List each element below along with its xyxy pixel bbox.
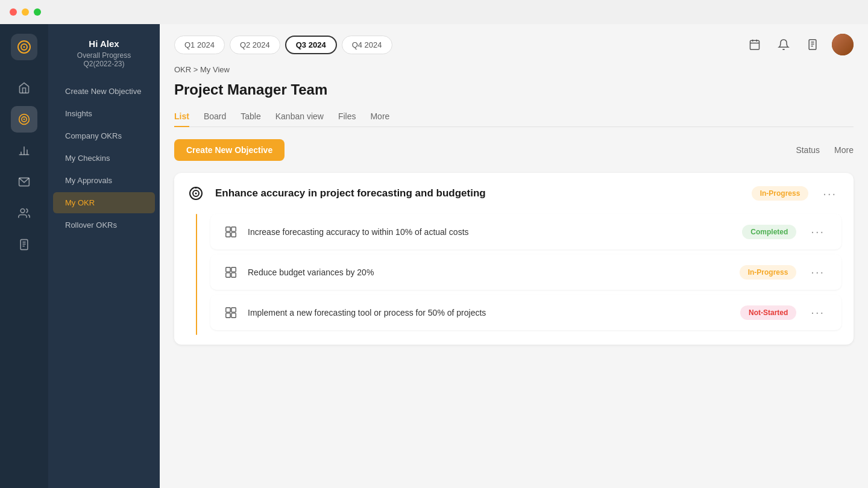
kr-connector-line (196, 214, 197, 335)
kr-row-1: Increase forecasting accuracy to within … (210, 214, 841, 249)
svg-rect-20 (809, 40, 816, 50)
objective-icon-1 (186, 184, 206, 203)
kr-icon-1 (222, 224, 239, 240)
logo[interactable] (11, 34, 37, 60)
minimize-dot[interactable] (22, 8, 29, 16)
page-title: Project Manager Team (174, 81, 854, 98)
view-tabs: List Board Table Kanban view Files More (174, 107, 854, 127)
svg-rect-29 (231, 227, 236, 231)
sidebar-icon-okr[interactable] (11, 106, 37, 133)
tab-files[interactable]: Files (338, 107, 356, 127)
progress-period: Q2(2022-23) (58, 60, 150, 68)
kr-title-1: Increase forecasting accuracy to within … (248, 227, 742, 237)
kr-icon-3 (222, 304, 239, 321)
svg-point-26 (195, 193, 197, 195)
objective-card-1: Enhance accuracy in project forecasting … (174, 173, 854, 345)
nav-sidebar: Hi Alex Overall Progress Q2(2022-23) Cre… (48, 24, 160, 488)
objective-more-menu-1[interactable]: ··· (818, 184, 841, 203)
objective-main-row-1: Enhance accuracy in project forecasting … (174, 173, 854, 214)
sidebar-item-rollover-okrs[interactable]: Rollover OKRs (53, 214, 155, 236)
kr-status-1: Completed (742, 225, 796, 239)
tab-board[interactable]: Board (204, 107, 226, 127)
breadcrumb-root: OKR (174, 65, 191, 74)
kr-title-2: Reduce budget variances by 20% (248, 267, 740, 277)
kr-card-1: Increase forecasting accuracy to within … (210, 214, 841, 249)
svg-rect-36 (226, 307, 230, 311)
titlebar (0, 0, 868, 24)
status-badge-1: In-Progress (752, 186, 809, 201)
sidebar-item-my-checkins[interactable]: My Checkins (53, 148, 155, 169)
tab-kanban[interactable]: Kanban view (275, 107, 324, 127)
more-options-label[interactable]: More (834, 145, 854, 155)
svg-point-11 (20, 209, 25, 213)
tab-more[interactable]: More (370, 107, 389, 127)
quarter-tab-q1[interactable]: Q1 2024 (174, 36, 225, 54)
kr-title-3: Implement a new forecasting tool or proc… (248, 308, 740, 318)
icon-sidebar (0, 24, 48, 488)
svg-rect-31 (231, 232, 236, 236)
sidebar-item-insights[interactable]: Insights (53, 103, 155, 124)
sidebar-item-company-okrs[interactable]: Company OKRs (53, 125, 155, 146)
user-greeting: Hi Alex (58, 39, 150, 49)
avatar[interactable] (832, 34, 854, 55)
svg-rect-37 (231, 307, 236, 311)
action-bar: Create New Objective Status More (174, 139, 854, 161)
quarter-tabs: Q1 2024 Q2 2024 Q3 2024 Q4 2024 (174, 36, 392, 54)
svg-rect-35 (231, 272, 236, 277)
kr-more-menu-1[interactable]: ··· (806, 222, 829, 241)
tab-list[interactable]: List (174, 107, 189, 127)
kr-status-2: In-Progress (740, 265, 797, 280)
notification-icon[interactable] (774, 35, 793, 54)
maximize-dot[interactable] (34, 8, 41, 16)
svg-rect-28 (226, 227, 230, 231)
sidebar-icon-home[interactable] (11, 75, 37, 101)
document-icon[interactable] (803, 35, 822, 54)
kr-card-2: Reduce budget variances by 20% In-Progre… (210, 254, 841, 290)
content-area: OKR > My View Project Manager Team List … (160, 55, 868, 488)
kr-more-menu-3[interactable]: ··· (806, 303, 829, 322)
sidebar-icon-people[interactable] (11, 200, 37, 227)
breadcrumb-separator: > (193, 65, 200, 74)
quarter-tab-q4[interactable]: Q4 2024 (342, 36, 392, 54)
svg-rect-30 (226, 232, 230, 236)
breadcrumb: OKR > My View (174, 65, 854, 74)
svg-rect-16 (750, 40, 760, 49)
topbar-actions (745, 34, 854, 55)
app-container: Hi Alex Overall Progress Q2(2022-23) Cre… (0, 24, 868, 488)
topbar: Q1 2024 Q2 2024 Q3 2024 Q4 2024 (160, 24, 868, 55)
quarter-tab-q2[interactable]: Q2 2024 (230, 36, 280, 54)
nav-sidebar-header: Hi Alex Overall Progress Q2(2022-23) (48, 34, 160, 80)
sidebar-item-my-approvals[interactable]: My Approvals (53, 170, 155, 191)
status-label: Status (796, 145, 820, 155)
sidebar-item-create-new-objective[interactable]: Create New Objective (53, 81, 155, 102)
quarter-tab-q3[interactable]: Q3 2024 (285, 36, 337, 54)
breadcrumb-current: My View (200, 65, 230, 74)
close-dot[interactable] (10, 8, 17, 16)
objective-title-1: Enhance accuracy in project forecasting … (215, 187, 752, 199)
svg-rect-38 (226, 313, 230, 317)
sidebar-icon-mail[interactable] (11, 169, 37, 195)
action-bar-right: Status More (796, 145, 854, 155)
svg-point-5 (24, 119, 25, 120)
kr-card-3: Implement a new forecasting tool or proc… (210, 295, 841, 330)
sidebar-icon-report[interactable] (11, 231, 37, 258)
main-content: Q1 2024 Q2 2024 Q3 2024 Q4 2024 (160, 24, 868, 488)
sidebar-icon-chart[interactable] (11, 137, 37, 164)
svg-rect-39 (231, 313, 236, 317)
create-new-objective-button[interactable]: Create New Objective (174, 139, 285, 161)
svg-rect-33 (231, 267, 236, 271)
sidebar-item-my-okr[interactable]: My OKR (53, 192, 155, 213)
svg-rect-34 (226, 272, 230, 277)
calendar-icon[interactable] (745, 35, 764, 54)
tab-table[interactable]: Table (241, 107, 260, 127)
progress-label: Overall Progress (58, 51, 150, 60)
objectives-list: Enhance accuracy in project forecasting … (174, 173, 854, 345)
kr-row-2: Reduce budget variances by 20% In-Progre… (210, 254, 841, 290)
svg-rect-32 (226, 267, 230, 271)
kr-more-menu-2[interactable]: ··· (806, 263, 829, 281)
kr-row-3: Implement a new forecasting tool or proc… (210, 295, 841, 330)
kr-icon-2 (222, 264, 239, 281)
svg-point-2 (24, 46, 25, 48)
kr-status-3: Not-Started (740, 305, 796, 320)
